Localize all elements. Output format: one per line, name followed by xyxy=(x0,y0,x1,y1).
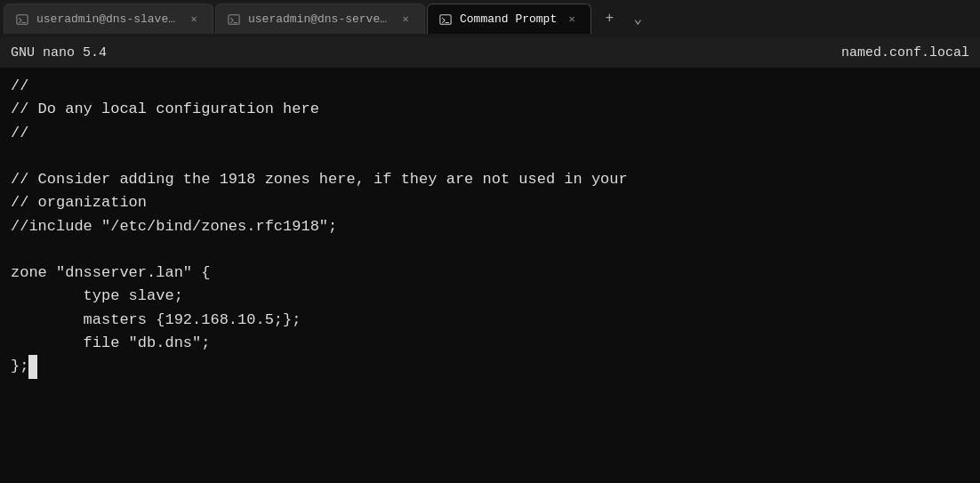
new-tab-button[interactable]: + xyxy=(597,6,622,31)
editor-area[interactable]: // // Do any local configuration here //… xyxy=(0,68,980,483)
code-line-2: // xyxy=(11,122,969,145)
text-cursor xyxy=(28,355,37,378)
tab-dns-slave-label: useradmin@dns-slave: ~ xyxy=(36,12,179,26)
code-line-8: zone "dnsserver.lan" { xyxy=(11,262,969,285)
cmd-icon xyxy=(438,12,453,27)
tab-dns-slave-close[interactable]: ✕ xyxy=(186,12,202,28)
code-line-4: // Consider adding the 1918 zones here, … xyxy=(11,168,969,191)
tab-dns-primary[interactable]: useradmin@dns-server-prima ✕ xyxy=(215,4,425,34)
terminal-icon-1 xyxy=(15,12,29,27)
nano-version: GNU nano 5.4 xyxy=(11,45,107,60)
code-line-10: masters {192.168.10.5;}; xyxy=(11,309,969,332)
code-line-6: //include "/etc/bind/zones.rfc1918"; xyxy=(11,215,969,238)
code-line-3 xyxy=(11,145,969,168)
tab-actions: + ⌄ xyxy=(597,6,650,31)
tab-cmd[interactable]: Command Prompt ✕ xyxy=(427,4,591,34)
code-line-11: file "db.dns"; xyxy=(11,332,969,355)
code-line-0: // xyxy=(11,75,969,98)
terminal-icon-2 xyxy=(227,12,241,27)
terminal-window: useradmin@dns-slave: ~ ✕ useradmin@dns-s… xyxy=(0,0,980,483)
code-line-1: // Do any local configuration here xyxy=(11,98,969,121)
tab-dns-primary-close[interactable]: ✕ xyxy=(398,12,414,28)
tab-dropdown-button[interactable]: ⌄ xyxy=(625,6,650,31)
tab-dns-slave[interactable]: useradmin@dns-slave: ~ ✕ xyxy=(4,4,213,34)
code-line-12: }; xyxy=(11,355,969,378)
code-line-7 xyxy=(11,238,969,262)
tab-bar: useradmin@dns-slave: ~ ✕ useradmin@dns-s… xyxy=(0,0,980,37)
nano-header: GNU nano 5.4 named.conf.local xyxy=(0,37,980,68)
nano-filename: named.conf.local xyxy=(841,45,969,60)
code-line-9: type slave; xyxy=(11,285,969,308)
tab-dns-primary-label: useradmin@dns-server-prima xyxy=(248,12,390,26)
tab-cmd-label: Command Prompt xyxy=(460,12,557,26)
code-line-5: // organization xyxy=(11,191,969,214)
tab-cmd-close[interactable]: ✕ xyxy=(564,12,580,28)
